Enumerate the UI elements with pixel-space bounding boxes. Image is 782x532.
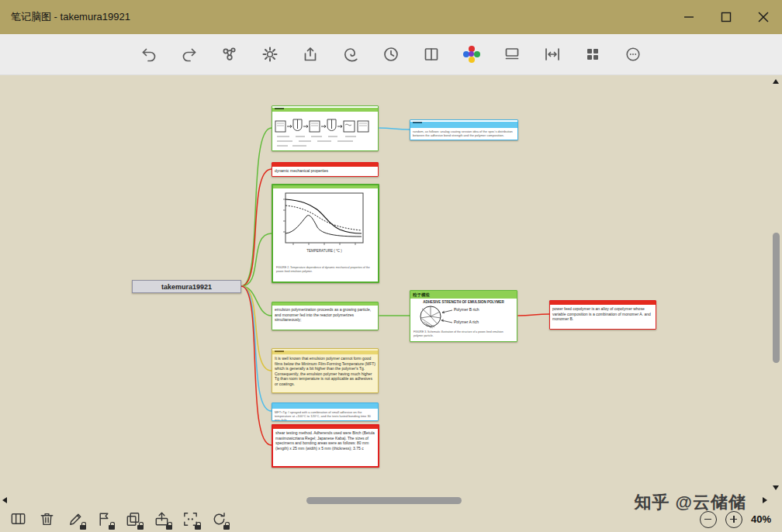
maximize-button[interactable] — [708, 0, 745, 34]
sync-lock-button[interactable] — [209, 510, 229, 530]
node-header-bar: 粒子構造 — [410, 291, 517, 299]
lock-badge-icon — [166, 525, 172, 530]
scroll-left-arrow[interactable] — [2, 497, 7, 503]
connector-lines — [0, 75, 770, 494]
export-button[interactable] — [298, 42, 323, 67]
scroll-up-arrow[interactable] — [773, 79, 779, 84]
more-button[interactable] — [621, 42, 645, 67]
root-node[interactable]: takemura19921 — [132, 280, 241, 293]
mft-note-text: MFT<Tg: I sprayed with a combination of … — [272, 409, 378, 421]
dynamic-text: dynamic mechanical properties — [272, 167, 378, 174]
scroll-right-arrow[interactable] — [763, 497, 767, 503]
grid-view-button[interactable] — [580, 42, 605, 67]
lock-badge-icon — [137, 525, 144, 530]
lock-badge-icon — [223, 525, 230, 530]
node-header-bar — [272, 403, 378, 409]
history-button[interactable] — [379, 42, 403, 67]
palette-icon — [463, 46, 480, 63]
rotate-3d-button[interactable] — [217, 42, 242, 67]
split-view-button[interactable] — [419, 42, 444, 67]
emulsion-text: emulsion polymerization proceeds as a gr… — [272, 306, 378, 324]
structure-figure: Polymer B rich Polymer A rich — [410, 304, 517, 330]
pen-lock-button[interactable] — [65, 510, 85, 530]
storyboard-icon — [9, 510, 27, 528]
spiral-icon — [341, 45, 360, 64]
gear-icon — [261, 45, 279, 64]
node-mft[interactable]: It is well known that emulsion polymer c… — [272, 348, 379, 393]
redo-button[interactable] — [177, 42, 202, 67]
node-apparatus-figure[interactable] — [272, 105, 379, 151]
chart-figure: TEMPERATURE ( °C ) — [273, 188, 376, 263]
root-label: takemura19921 — [161, 283, 212, 291]
lock-badge-icon — [195, 525, 201, 530]
polymer-a-label: Polymer A rich — [454, 320, 479, 324]
chart-x-label: TEMPERATURE ( °C ) — [306, 249, 342, 253]
app-window: 笔记脑图 - takemura19921 — [0, 0, 782, 532]
more-icon — [625, 46, 642, 63]
shell-button[interactable] — [338, 42, 363, 67]
powerfeed-text: power feed copolymer is an alloy of copo… — [550, 305, 656, 323]
fit-width-icon — [543, 45, 562, 64]
zoom-level: 40% — [751, 513, 771, 525]
window-controls — [670, 0, 782, 34]
lock-badge-icon — [80, 525, 86, 530]
node-shear-method[interactable]: shear testing method. Adherends used wer… — [272, 424, 379, 468]
minus-icon — [704, 519, 711, 520]
close-button[interactable] — [745, 0, 782, 34]
node-note-blue[interactable]: random, as follows: analog coating sessi… — [410, 119, 518, 140]
mft-text: It is well known that emulsion polymer c… — [272, 354, 378, 388]
mindmap-canvas[interactable]: takemura19921 — [0, 75, 770, 494]
copy-lock-button[interactable] — [123, 510, 143, 530]
minimize-button[interactable] — [670, 0, 708, 34]
split-view-icon — [422, 45, 441, 64]
watermark: 知乎 @云储储 — [634, 491, 746, 514]
node-header-bar — [410, 122, 517, 128]
apparatus-diagram — [272, 112, 376, 150]
note-text: random, as follows: analog coating sessi… — [410, 128, 517, 139]
node-emulsion[interactable]: emulsion polymerization proceeds as a gr… — [272, 302, 379, 330]
ocr-lock-button[interactable] — [180, 510, 200, 530]
undo-button[interactable] — [137, 42, 161, 67]
trash-icon — [38, 510, 56, 528]
undo-icon — [140, 45, 158, 64]
maximize-icon — [717, 8, 735, 26]
horizontal-scroll-thumb[interactable] — [306, 497, 462, 504]
structure-title: ADHESIVE STRENGTH OF EMULSION POLYMER — [410, 299, 517, 304]
scroll-down-arrow[interactable] — [773, 485, 779, 490]
history-icon — [382, 45, 400, 64]
storyboard-button[interactable] — [8, 510, 28, 530]
structure-tab-label: 粒子構造 — [410, 292, 430, 298]
node-mft-note[interactable]: MFT<Tg: I sprayed with a combination of … — [272, 402, 379, 421]
shear-text: shear testing method. Adherends used wer… — [273, 429, 378, 452]
lock-badge-icon — [109, 525, 115, 530]
slide-layout-icon — [503, 45, 521, 64]
titlebar: 笔记脑图 - takemura19921 — [0, 0, 782, 34]
flag-lock-button[interactable] — [94, 510, 114, 530]
node-dynamic-properties[interactable]: dynamic mechanical properties — [272, 162, 379, 177]
node-power-feed[interactable]: power feed copolymer is an alloy of copo… — [549, 300, 656, 330]
trash-button[interactable] — [36, 510, 57, 530]
palette-button[interactable] — [459, 42, 484, 67]
fit-width-button[interactable] — [540, 42, 565, 67]
redo-icon — [180, 45, 199, 64]
share-lock-button[interactable] — [151, 510, 171, 530]
vertical-scroll-thumb[interactable] — [773, 233, 780, 363]
node-particle-structure[interactable]: 粒子構造 ADHESIVE STRENGTH OF EMULSION POLYM… — [410, 290, 517, 342]
polymer-b-label: Polymer B rich — [454, 307, 479, 312]
toolbar — [0, 34, 782, 75]
settings-button[interactable] — [258, 42, 282, 67]
chart-caption: FIGURE 2. Temperature dependence of dyna… — [273, 266, 378, 275]
export-icon — [301, 45, 320, 64]
vertical-scrollbar[interactable] — [770, 75, 782, 494]
node-chart-figure[interactable]: TEMPERATURE ( °C ) FIGURE 2. Temperature… — [272, 184, 379, 283]
structure-caption: FIGURE 3. Schematic illustration of the … — [410, 330, 517, 339]
minimize-icon — [680, 8, 698, 26]
grid-view-icon — [583, 45, 602, 64]
slide-layout-button[interactable] — [500, 42, 524, 67]
window-title: 笔记脑图 - takemura19921 — [11, 10, 130, 24]
close-icon — [753, 7, 773, 27]
molecule-icon — [220, 45, 239, 64]
